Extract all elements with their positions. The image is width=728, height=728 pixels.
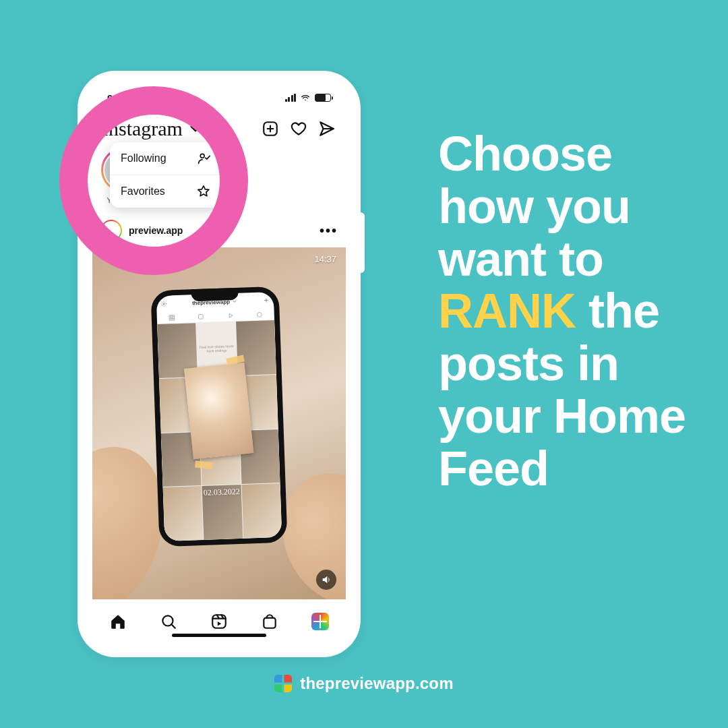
- post-author-avatar[interactable]: [100, 220, 122, 241]
- speaker-icon: [321, 574, 332, 585]
- plus-icon: [263, 297, 270, 303]
- home-indicator: [172, 634, 266, 637]
- home-icon: [109, 613, 127, 630]
- feed-rank-dropdown: Following Favorites: [110, 142, 222, 208]
- tab-profile[interactable]: [310, 611, 330, 632]
- post-header: preview.app •••: [92, 214, 346, 247]
- svg-rect-9: [264, 617, 275, 628]
- svg-rect-5: [199, 313, 204, 318]
- plus-square-icon: [262, 120, 279, 138]
- instagram-logo-button[interactable]: Instagram: [102, 117, 204, 140]
- tab-search[interactable]: [158, 611, 179, 632]
- sound-toggle-button[interactable]: [316, 570, 336, 590]
- heart-icon: [290, 120, 307, 138]
- post-author-name[interactable]: preview.app: [129, 225, 183, 236]
- wifi-icon: [300, 92, 311, 103]
- battery-icon: [315, 94, 331, 102]
- following-icon: [196, 151, 211, 166]
- send-icon: [318, 120, 336, 138]
- video-timestamp: 14:37: [314, 254, 336, 264]
- tab-home[interactable]: [108, 611, 128, 632]
- phone-frame: 9:13 Instagram: [78, 71, 361, 657]
- svg-rect-8: [212, 615, 226, 628]
- status-time: 9:13: [107, 92, 127, 104]
- headline-text: Choose how you want to RANK the posts in…: [438, 128, 694, 495]
- dropdown-favorites-label: Favorites: [121, 185, 165, 198]
- instagram-logo-text: Instagram: [102, 117, 183, 140]
- headline-accent: RANK: [438, 284, 576, 338]
- dropdown-item-favorites[interactable]: Favorites: [110, 175, 222, 208]
- dropdown-following-label: Following: [121, 152, 166, 164]
- circle-icon: [256, 311, 263, 317]
- star-icon: [196, 184, 211, 199]
- inner-phone-illustration: thepreviewapp Real love stories never: [150, 286, 287, 546]
- svg-rect-4: [169, 315, 175, 320]
- new-post-button[interactable]: [261, 119, 280, 138]
- status-bar: 9:13: [92, 86, 346, 110]
- headline-part1: Choose how you want to: [438, 127, 630, 286]
- play-icon: [226, 311, 233, 318]
- brand-logo-icon: [274, 675, 292, 692]
- gear-icon: [160, 300, 167, 307]
- messages-button[interactable]: [317, 119, 336, 138]
- svg-point-2: [200, 154, 204, 158]
- tab-shop[interactable]: [260, 611, 280, 632]
- svg-point-6: [257, 311, 262, 316]
- status-indicators: [285, 92, 332, 103]
- profile-icon: [311, 613, 329, 630]
- post-more-button[interactable]: •••: [320, 223, 338, 239]
- signal-icon: [285, 94, 297, 102]
- post-media[interactable]: 14:37 thepreviewapp: [92, 247, 346, 599]
- inner-quote-text: Real love stories never have endings: [200, 344, 235, 353]
- footer-brand: thepreviewapp.com: [0, 674, 728, 693]
- reels-icon: [210, 613, 228, 630]
- search-icon: [160, 613, 177, 630]
- inner-featured-photo: [184, 363, 254, 460]
- tab-reels[interactable]: [209, 611, 229, 632]
- shop-icon: [261, 613, 278, 630]
- grid-icon: [168, 313, 175, 320]
- svg-point-0: [305, 100, 306, 101]
- tape-decoration: [195, 460, 213, 469]
- phone-screen: 9:13 Instagram: [92, 86, 346, 642]
- reel-icon: [198, 313, 204, 320]
- svg-point-3: [163, 303, 165, 305]
- activity-button[interactable]: [289, 119, 308, 138]
- brand-domain-text: thepreviewapp.com: [300, 674, 453, 693]
- chevron-down-icon: [187, 120, 204, 138]
- dropdown-item-following[interactable]: Following: [110, 142, 222, 175]
